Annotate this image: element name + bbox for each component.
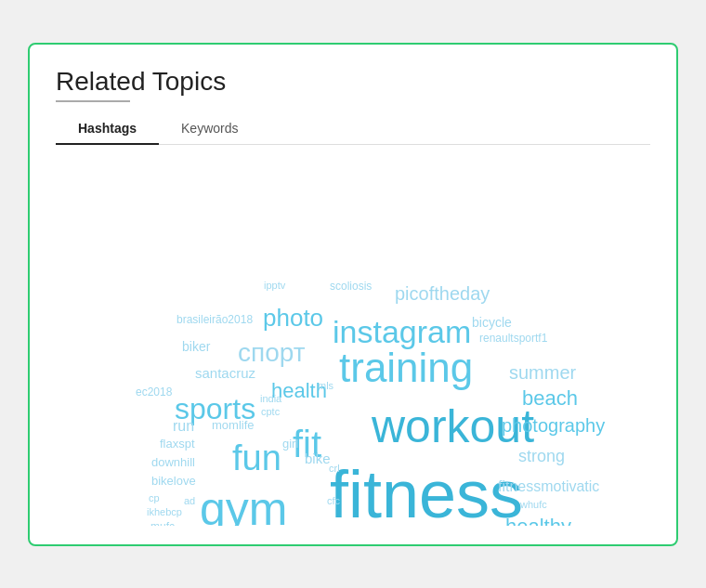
tab-hashtags[interactable]: Hashtags (56, 113, 159, 145)
word-mufc: mufc (150, 521, 175, 526)
word-india: india (260, 394, 281, 404)
word-ec2018: ec2018 (136, 386, 172, 398)
word-fitness: fitness (330, 461, 523, 526)
word-cfc: cfc (327, 496, 340, 506)
word-brasileirão2018: brasileirão2018 (176, 314, 253, 325)
tab-keywords[interactable]: Keywords (159, 113, 260, 145)
word-bikelove: bikelove (151, 475, 196, 487)
word-biker: biker (182, 340, 210, 353)
word-santacruz: santacruz (195, 366, 255, 380)
word-renaultsportf1: renaultsportf1 (479, 333, 547, 344)
word-ad: ad (184, 496, 195, 506)
word-flaxspt: flaxspt (160, 438, 195, 450)
word-ikhebcp: ikhebcp (147, 507, 182, 517)
card-title: Related Topics (56, 67, 650, 97)
word-fun: fun (232, 440, 281, 476)
word-photo: photo (263, 306, 323, 330)
word-picoftheday: picoftheday (395, 284, 490, 303)
wordcloud: fitnessmotivationworkouttraininggymfitfu… (56, 154, 650, 526)
word-photography: photography (502, 416, 605, 435)
word-girl: girl (282, 438, 298, 450)
tabs-container: Hashtags Keywords (56, 113, 650, 145)
word-bicycle: bicycle (472, 316, 512, 329)
word-beach: beach (522, 388, 578, 409)
word-momlife: momlife (212, 419, 255, 431)
title-underline (56, 100, 130, 102)
word-mls: mls (318, 381, 333, 391)
word-crl: crl (329, 464, 340, 474)
word-cp: cp (149, 493, 160, 503)
word-ipptv: ipptv (264, 281, 285, 291)
related-topics-card: Related Topics Hashtags Keywords fitness… (28, 43, 678, 546)
word-summer: summer (509, 363, 576, 382)
word-scoliosis: scoliosis (330, 281, 372, 292)
word-training: training (339, 347, 473, 388)
word-strong: strong (518, 448, 565, 464)
word-fitnessmotivatic: fitnessmotivatic (498, 479, 599, 494)
word-healthy: healthy (505, 516, 571, 526)
word-whufc: whufc (520, 500, 547, 510)
word-спорт: спорт (238, 340, 306, 366)
word-run: run (173, 419, 194, 434)
word-bike: bike (305, 451, 331, 465)
word-cptc: cptc (261, 407, 280, 417)
word-instagram: instagram (333, 316, 471, 347)
word-downhill: downhill (151, 456, 195, 468)
word-gym: gym (200, 486, 287, 526)
